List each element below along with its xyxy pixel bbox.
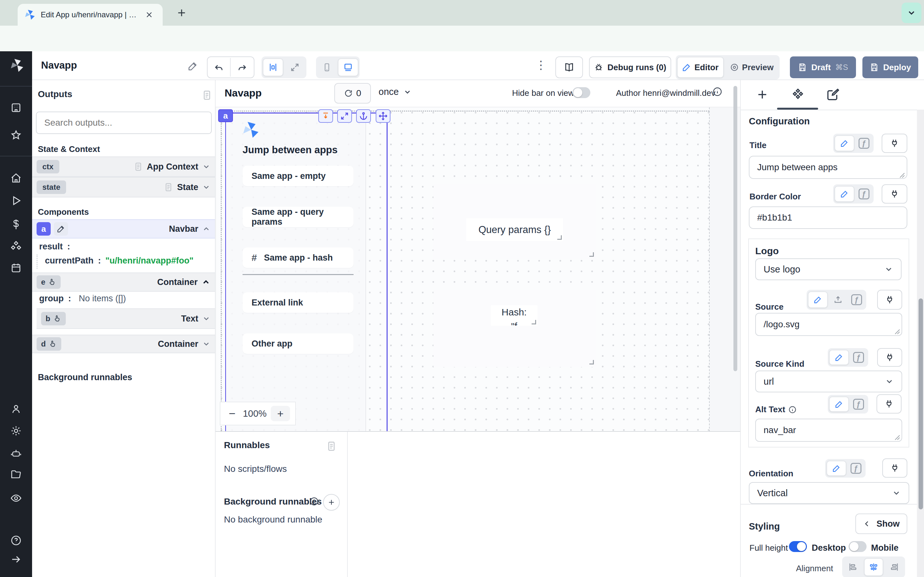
resize-corner[interactable] [557, 235, 562, 240]
deploy-button[interactable]: Deploy [863, 56, 918, 78]
function-icon[interactable]: ƒ [856, 186, 872, 202]
search-outputs-input[interactable] [36, 111, 212, 134]
browser-tab[interactable]: Edit App u/henri/navapp | Win [18, 4, 163, 26]
schedules-icon[interactable] [10, 262, 22, 274]
variables-icon[interactable] [10, 219, 22, 230]
help-icon[interactable] [10, 535, 22, 546]
redo-icon[interactable] [231, 58, 254, 77]
styling-show-button[interactable]: Show [855, 514, 907, 534]
component-id-badge[interactable]: b [41, 312, 66, 326]
folders-icon[interactable] [10, 469, 22, 480]
move-button[interactable] [376, 109, 391, 123]
border-color-input[interactable] [749, 206, 907, 229]
debug-runs-button[interactable]: Debug runs (0) [589, 56, 671, 78]
mobile-view-icon[interactable] [317, 58, 336, 76]
resize-handle-icon[interactable] [894, 328, 900, 335]
docs-button[interactable] [556, 56, 583, 78]
static-pencil-icon[interactable] [829, 350, 849, 365]
desktop-view-icon[interactable] [338, 58, 359, 76]
component-row-navbar[interactable]: a Navbar [32, 219, 215, 239]
connect-plug-icon[interactable] [877, 394, 901, 414]
upload-icon[interactable] [829, 292, 847, 308]
component-row-text-b[interactable]: b Text [37, 308, 215, 329]
align-center-icon[interactable] [864, 558, 883, 576]
refresh-button[interactable]: 0 [334, 83, 371, 103]
undo-icon[interactable] [208, 58, 231, 77]
add-bg-runnable-button[interactable] [323, 494, 340, 511]
align-right-icon[interactable] [885, 558, 904, 576]
tab-close-icon[interactable] [145, 11, 153, 19]
component-row-container-e[interactable]: e Container [32, 272, 215, 292]
align-left-icon[interactable] [843, 558, 863, 576]
text-component-hash[interactable]: Hash: "f [491, 305, 537, 326]
tab-preview[interactable]: Preview [725, 57, 779, 78]
component-row-container-d[interactable]: d Container [32, 335, 215, 353]
orientation-select[interactable]: Vertical [749, 482, 909, 504]
title-input[interactable] [749, 156, 907, 179]
nav-link-hash[interactable]: # Same app - hash [242, 247, 354, 268]
connect-plug-icon[interactable] [877, 348, 902, 367]
resize-corner[interactable] [531, 320, 536, 324]
windmill-logo[interactable] [10, 58, 22, 70]
home-icon[interactable] [10, 172, 22, 184]
favorites-star-icon[interactable] [10, 129, 22, 141]
canvas-scrollbar[interactable] [733, 86, 737, 371]
draft-button[interactable]: Draft ⌘S [790, 56, 856, 78]
hide-bar-toggle[interactable] [572, 87, 590, 98]
nav-link-other-app[interactable]: Other app [242, 334, 354, 354]
tab-styling-icon[interactable] [826, 88, 840, 102]
resize-corner[interactable] [590, 360, 594, 364]
settings-gear-icon[interactable] [10, 425, 22, 437]
container-hash[interactable]: Hash: "f [433, 290, 596, 367]
info-icon[interactable] [712, 87, 722, 97]
centered-layout-icon[interactable] [263, 58, 283, 76]
connect-plug-icon[interactable] [882, 184, 907, 203]
static-pencil-icon[interactable] [835, 135, 855, 151]
desktop-mobile-toggle[interactable] [849, 541, 867, 552]
doc-icon[interactable] [202, 90, 212, 101]
collapse-sidebar-icon[interactable] [10, 554, 22, 565]
function-icon[interactable]: ƒ [850, 396, 867, 412]
info-icon[interactable] [309, 496, 319, 506]
fullscreen-button[interactable] [337, 109, 352, 123]
resize-handle-icon[interactable] [894, 434, 900, 440]
component-tag[interactable]: a [218, 109, 233, 122]
runs-icon[interactable] [10, 195, 22, 206]
nav-link-query-params[interactable]: Same app - query params [242, 207, 354, 227]
nav-link-same-app-empty[interactable]: Same app - empty [242, 166, 354, 186]
static-pencil-icon[interactable] [829, 396, 849, 412]
new-tab-button[interactable] [176, 7, 187, 19]
audit-eye-icon[interactable] [10, 492, 22, 504]
schedule-dropdown[interactable]: once [379, 87, 412, 97]
state-row[interactable]: state State [32, 177, 215, 197]
zoom-out-button[interactable]: − [226, 407, 239, 420]
anchor-button[interactable] [356, 109, 371, 123]
static-pencil-icon[interactable] [827, 461, 846, 476]
more-options-icon[interactable]: ⋮ [535, 58, 547, 72]
function-icon[interactable]: ƒ [848, 292, 865, 308]
expand-down-button[interactable] [318, 109, 333, 123]
resize-corner[interactable] [590, 252, 594, 257]
full-height-toggle[interactable] [789, 541, 807, 552]
ctx-badge[interactable]: ctx [37, 160, 59, 173]
component-id-badge[interactable]: a [37, 222, 51, 235]
resize-handle-icon[interactable] [899, 172, 905, 178]
static-pencil-icon[interactable] [835, 186, 855, 202]
nav-link-external[interactable]: External link [242, 292, 354, 313]
resources-icon[interactable] [10, 240, 22, 251]
text-component-query[interactable]: Query params {} [466, 218, 563, 241]
app-canvas[interactable]: Jump between apps Same app - empty Same … [216, 107, 740, 432]
rename-pencil-icon[interactable] [54, 222, 68, 235]
component-id-badge[interactable]: d [37, 337, 61, 351]
navbar-component[interactable]: Jump between apps [226, 113, 366, 432]
tab-components-icon[interactable] [791, 88, 805, 102]
logo-select[interactable]: Use logo [755, 258, 901, 280]
static-pencil-icon[interactable] [808, 292, 828, 308]
zoom-in-button[interactable]: + [271, 406, 290, 421]
function-icon[interactable]: ƒ [856, 135, 872, 151]
full-width-icon[interactable] [284, 58, 305, 76]
workers-icon[interactable] [10, 448, 22, 459]
tab-editor[interactable]: Editor [677, 57, 724, 78]
container-query-params[interactable]: Query params {} [433, 184, 596, 259]
scrollbar-track[interactable] [917, 110, 924, 577]
